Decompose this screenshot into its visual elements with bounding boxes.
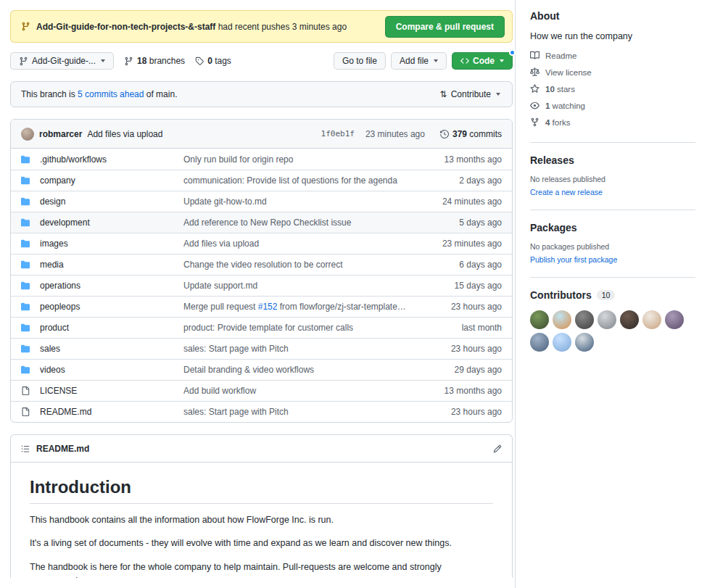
commit-message-link[interactable]: Add build workflow [183,386,408,396]
recent-push-text: Add-Git-guide-for-non-tech-projects-&-st… [36,22,379,32]
file-row: imagesAdd files via upload23 minutes ago [11,233,512,254]
commit-message-link[interactable]: sales: Start page with Pitch [183,344,408,354]
readme-paragraph: This handbook contains all the informati… [30,513,493,527]
file-name-link[interactable]: README.md [40,407,183,417]
commit-time: 29 days ago [408,365,502,375]
folder-icon [21,281,40,290]
packages-section: Packages No packages published Publish y… [530,222,695,265]
commit-author-link[interactable]: robmarcer [39,129,82,139]
about-items: ReadmeView license10 stars1 watching4 fo… [530,47,695,131]
file-name-link[interactable]: media [40,260,183,270]
contributor-avatar[interactable] [553,333,571,352]
list-unordered-icon[interactable] [21,444,30,453]
readme-header: README.md [11,435,512,463]
chevron-down-icon [101,59,105,62]
recent-push-banner: Add-Git-guide-for-non-tech-projects-&-st… [10,10,513,43]
commit-message-link[interactable]: Update git-how-to.md [183,196,408,207]
file-icon [21,407,40,416]
tags-link[interactable]: 0 tags [195,56,231,66]
go-to-file-button[interactable]: Go to file [334,52,386,70]
file-name-link[interactable]: development [40,218,183,228]
file-name-link[interactable]: sales [40,344,183,354]
pull-request-link[interactable]: #152 [258,302,278,312]
commit-message-link[interactable]: Update support.md [183,281,408,291]
file-table: robmarcer Add files via upload 1f0eb1f 2… [10,119,513,423]
commit-hash-link[interactable]: 1f0eb1f [321,129,355,138]
releases-title: Releases [530,154,695,166]
readme-body: Introduction This handbook contains all … [11,463,512,578]
contribute-button[interactable]: ⇅ Contribute [436,88,505,100]
sidebar-item-label: 1 watching [545,102,585,110]
commit-message-link[interactable]: Add reference to New Repo Checklist issu… [183,218,408,228]
branches-link[interactable]: 18 branches [124,56,185,66]
file-name-link[interactable]: videos [40,365,183,375]
sidebar-item-label: View license [545,68,592,77]
contributor-avatar[interactable] [598,310,616,329]
branch-selector-label: Add-Git-guide-... [32,56,96,66]
add-file-button[interactable]: Add file [391,52,447,70]
commit-history-link[interactable]: 379 commits [440,129,502,139]
contributor-avatar[interactable] [553,310,571,329]
file-name-link[interactable]: product [40,323,183,333]
readme-paragraph: The handbook is here for the whole compa… [30,560,493,578]
commit-message-link[interactable]: communication: Provide list of questions… [183,175,408,186]
file-row: README.mdsales: Start page with Pitch23 … [11,401,512,422]
commit-message-link[interactable]: sales: Start page with Pitch [183,407,408,417]
file-name-link[interactable]: LICENSE [40,386,183,396]
file-name-link[interactable]: company [40,175,183,186]
commit-message-link[interactable]: Detail branding & video workflows [183,365,408,375]
contributor-avatar[interactable] [575,310,594,329]
history-icon [440,130,449,138]
compare-pull-request-button[interactable]: Compare & pull request [385,16,505,38]
repo-toolbar: Add-Git-guide-... 18 branches 0 tags Go … [10,52,513,70]
file-name-link[interactable]: operations [40,281,183,291]
branch-selector-button[interactable]: Add-Git-guide-... [10,52,114,70]
folder-icon [21,176,40,185]
create-release-link[interactable]: Create a new release [530,188,603,196]
chevron-down-icon [496,93,500,96]
sidebar-item-readme[interactable]: Readme [530,47,695,64]
commit-message-link[interactable]: Only run build for origin repo [183,154,408,165]
contributors-count-badge: 10 [597,290,616,300]
commit-time: 23 minutes ago [408,239,502,249]
commit-message-link[interactable]: Add files via upload [183,239,408,249]
sidebar-item-view-license[interactable]: View license [530,64,695,80]
commit-message-link[interactable]: Add files via upload [87,129,162,139]
contributor-avatar[interactable] [530,333,549,352]
about-description: How we run the company [530,31,695,41]
readme-paragraph: It's a living set of documents - they wi… [30,537,493,550]
contributor-avatar[interactable] [575,333,594,352]
branch-status-text: This branch is 5 commits ahead of main. [21,89,177,99]
recent-push-message: had recent pushes 3 minutes ago [218,22,347,32]
folder-icon [21,365,40,374]
commit-message-link[interactable]: Merge pull request #152 from flowforge/z… [183,302,408,312]
readme-card: README.md Introduction This handbook con… [10,434,513,578]
code-button[interactable]: Code [452,52,513,70]
contributor-avatar[interactable] [642,310,661,329]
file-name-link[interactable]: images [40,239,183,249]
commit-author-avatar[interactable] [21,128,34,141]
file-name-link[interactable]: peopleops [40,302,183,312]
sidebar-item-forks[interactable]: 4 forks [530,114,695,131]
pushed-branch-name: Add-Git-guide-for-non-tech-projects-&-st… [36,22,215,32]
file-name-link[interactable]: .github/workflows [40,154,183,165]
commit-message-link[interactable]: product: Provide template for customer c… [183,323,408,333]
file-row: peopleopsMerge pull request #152 from fl… [11,296,512,317]
commits-ahead-link[interactable]: 5 commits ahead [78,89,144,99]
pencil-icon[interactable] [493,444,502,453]
packages-title: Packages [530,222,695,233]
commit-message-link[interactable]: Change the video resolution to be correc… [183,260,408,270]
contributors-avatars [530,310,691,352]
publish-package-link[interactable]: Publish your first package [530,255,617,264]
folder-icon [21,218,40,227]
commit-time: 23 hours ago [408,344,502,354]
contributor-avatar[interactable] [665,310,684,329]
contributor-avatar[interactable] [530,310,549,329]
chevron-down-icon [500,59,504,62]
file-name-link[interactable]: design [40,196,183,207]
divider [530,210,695,210]
sidebar-item-watching[interactable]: 1 watching [530,97,695,114]
folder-icon [21,155,40,164]
contributor-avatar[interactable] [620,310,639,329]
sidebar-item-stars[interactable]: 10 stars [530,80,695,97]
